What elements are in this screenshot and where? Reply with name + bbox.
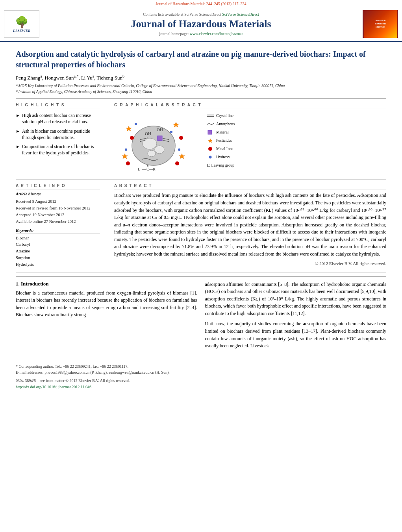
article-title: Adsorption and catalytic hydrolysis of c… <box>16 49 386 70</box>
intro-para-3: Until now, the majority of studies conce… <box>205 320 387 349</box>
svg-point-26 <box>178 148 180 151</box>
body-section: 1. Introduction Biochar is a carbonaceou… <box>16 281 386 353</box>
intro-heading: 1. Introduction <box>16 281 197 287</box>
divider-2 <box>16 276 386 277</box>
svg-marker-32 <box>208 139 212 143</box>
elsevier-logo: 🌳 ELSEVIER <box>4 10 39 38</box>
affiliation-a: ᵃ MOE Key Laboratory of Pollution Proces… <box>16 83 386 89</box>
svg-rect-31 <box>208 130 212 134</box>
journal-top-bar: Journal of Hazardous Materials 244–245 (… <box>0 0 402 7</box>
email-values: phevos1983@yahoo.com.cn (P. Zhang), sunh… <box>44 370 170 374</box>
svg-point-33 <box>208 147 212 151</box>
svg-point-25 <box>170 131 172 133</box>
email-label: E-mail addresses: <box>16 370 44 374</box>
highlight-item-1: ► High ash content biochar can increase … <box>16 112 100 125</box>
copyright-line: © 2012 Elsevier B.V. All rights reserved… <box>114 261 386 266</box>
page: Journal of Hazardous Materials 244–245 (… <box>0 0 402 532</box>
abstract-label: A B S T R A C T <box>114 184 386 189</box>
legend-metal-ions: Metal Ions <box>207 145 235 152</box>
legend-label-hydroxy: Hydroxy <box>216 154 230 161</box>
svg-point-22 <box>175 161 179 165</box>
keywords-section: Keywords: Biochar Carbaryl Atrazine Sorp… <box>16 228 100 268</box>
graphical-abstract-label: G R A P H I C A L A B S T R A C T <box>114 103 386 109</box>
authors-line: Peng Zhanga, Hongwen Suna,*, Li Yua, Tie… <box>16 74 386 81</box>
svg-point-34 <box>209 156 212 159</box>
journal-header: 🌳 ELSEVIER Contents lists available at S… <box>0 7 402 42</box>
highlight-text-2: Ash in biochar can combine pesticide thr… <box>22 128 100 141</box>
svg-point-27 <box>125 148 127 151</box>
legend-icon-mineral <box>207 130 214 135</box>
journal-center: Contents lists available at SciVerse Sci… <box>43 10 359 38</box>
legend-crystalline: Crystalline <box>207 112 235 119</box>
svg-text:OH: OH <box>145 131 151 136</box>
highlights-column: H I G H L I G H T S ► High ash content b… <box>16 103 106 175</box>
svg-text:OH: OH <box>157 127 163 132</box>
keywords-title: Keywords: <box>16 228 100 234</box>
affiliations: ᵃ MOE Key Laboratory of Pollution Proces… <box>16 83 386 95</box>
article-content: Adsorption and catalytic hydrolysis of c… <box>0 42 402 397</box>
info-abstract-section: A R T I C L E I N F O Article history: R… <box>16 184 386 272</box>
highlights-graphical-section: H I G H L I G H T S ► High ash content b… <box>16 103 386 180</box>
legend-icon-amorphous <box>207 122 214 126</box>
keyword-4: Sorption <box>16 255 100 261</box>
highlight-arrow-3: ► <box>16 144 20 156</box>
keyword-3: Atrazine <box>16 248 100 255</box>
issn: 0304-3894/$ – see front matter © 2012 El… <box>16 378 386 384</box>
legend-amorphous: Amorphous <box>207 120 235 128</box>
svg-point-21 <box>179 136 183 140</box>
body-col-left: 1. Introduction Biochar is a carbonaceou… <box>16 281 197 353</box>
cover-text: Journal ofHazardousMaterials <box>375 19 386 28</box>
legend-label-leaving-group: L: Leaving group <box>207 162 234 169</box>
svg-rect-28 <box>157 136 162 141</box>
highlights-label: H I G H L I G H T S <box>16 103 100 109</box>
legend-icon-crystalline <box>207 113 214 118</box>
keyword-5: Hydrolysis <box>16 261 100 268</box>
svg-point-2 <box>155 146 164 154</box>
available-date: Available online 27 November 2012 <box>16 219 100 225</box>
journal-title: Journal of Hazardous Materials <box>131 18 271 30</box>
graphical-abstract-column: G R A P H I C A L A B S T R A C T <box>114 103 386 175</box>
legend-pesticides: Pesticides <box>207 137 235 144</box>
doi[interactable]: http://dx.doi.org/10.1016/j.jhazmat.2012… <box>16 384 386 390</box>
svg-marker-18 <box>179 154 185 159</box>
abstract-column: A B S T R A C T Biochars were produced f… <box>114 184 386 268</box>
highlight-arrow-1: ► <box>16 113 20 125</box>
sciverse-text: Contents lists available at SciVerse Sci… <box>143 12 259 17</box>
tree-icon: 🌳 <box>15 16 29 29</box>
body-col-right: adsorption affinities for contaminants [… <box>205 281 387 353</box>
legend-mineral: Mineral <box>207 129 235 136</box>
legend-leaving-group: L: Leaving group <box>207 162 235 169</box>
svg-point-23 <box>126 161 130 165</box>
received-date: Received 8 August 2012 <box>16 198 100 205</box>
article-history-title: Article history: <box>16 192 100 197</box>
email-note: E-mail addresses: phevos1983@yahoo.com.c… <box>16 369 386 375</box>
highlight-text-1: High ash content biochar can increase so… <box>22 112 100 125</box>
affiliation-b: ᵇ Institute of Applied Ecology, Chinese … <box>16 89 386 95</box>
highlight-text-3: Composition and structure of biochar is … <box>22 143 100 156</box>
abstract-text: Biochars were produced from pig manure t… <box>114 192 386 258</box>
svg-point-24 <box>135 123 137 125</box>
svg-point-1 <box>143 138 157 149</box>
keyword-1: Biochar <box>16 235 100 242</box>
graphical-abstract-legend: Crystalline Amorphous Mineral <box>207 112 235 170</box>
graphical-abstract-illustration: OH OH L — C X — R <box>114 112 386 175</box>
homepage-url[interactable]: www.elsevier.com/locate/jhazmat <box>190 32 243 36</box>
sciverse-link[interactable]: SciVerse ScienceDirect <box>222 12 259 17</box>
legend-label-crystalline: Crystalline <box>216 112 233 119</box>
divider-1 <box>16 98 386 99</box>
svg-marker-16 <box>126 126 132 131</box>
article-info-column: A R T I C L E I N F O Article history: R… <box>16 184 106 268</box>
legend-icon-hydroxy <box>207 155 214 159</box>
highlight-item-3: ► Composition and structure of biochar i… <box>16 143 100 156</box>
svg-text:—: — <box>141 167 146 171</box>
keyword-2: Carbaryl <box>16 241 100 248</box>
svg-point-3 <box>148 150 156 157</box>
highlight-item-2: ► Ash in biochar can combine pesticide t… <box>16 128 100 141</box>
legend-label-metal-ions: Metal Ions <box>216 145 233 152</box>
corresponding-note: * Corresponding author. Tel.: +86 22 235… <box>16 363 386 369</box>
legend-label-mineral: Mineral <box>216 129 229 136</box>
svg-marker-19 <box>122 154 128 159</box>
intro-para-1: Biochar is a carbonaceous material produ… <box>16 289 197 319</box>
body-two-col: 1. Introduction Biochar is a carbonaceou… <box>16 281 386 353</box>
issn-line: 0304-3894/$ – see front matter © 2012 El… <box>16 378 386 390</box>
